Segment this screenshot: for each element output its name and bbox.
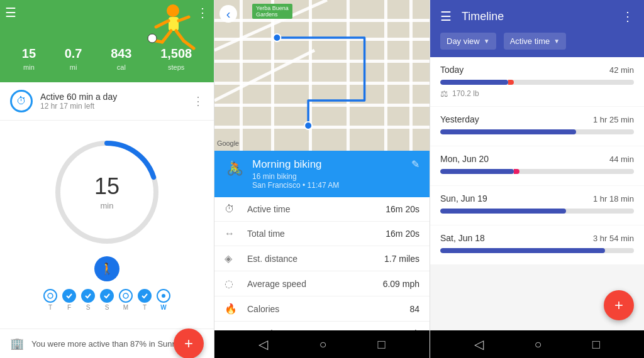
map-section[interactable]: Google Yerba BuenaGardens ‹ bbox=[214, 0, 430, 151]
day-duration: 1 hr 25 min bbox=[593, 115, 634, 124]
map-background: Google Yerba BuenaGardens bbox=[214, 0, 430, 151]
stat-value: 16m 20s bbox=[386, 204, 419, 214]
day-name: Today bbox=[440, 65, 464, 75]
day-name: Sat, Jun 18 bbox=[440, 233, 485, 243]
svg-line-6 bbox=[176, 31, 184, 41]
stat-label: Average speed bbox=[247, 279, 383, 289]
map-back-button[interactable]: ‹ bbox=[219, 5, 237, 23]
day-circle-F bbox=[62, 289, 76, 303]
speedometer-icon: ◌ bbox=[225, 278, 242, 290]
dropdown-arrow-2: ▼ bbox=[553, 38, 560, 45]
menu-icon[interactable]: ☰ bbox=[5, 5, 16, 20]
day-bar-container-yesterday bbox=[440, 129, 634, 134]
timeline-day-sun-jun19[interactable]: Sun, Jun 19 1 hr 18 min bbox=[430, 186, 644, 225]
weight-value: 170.2 lb bbox=[452, 89, 479, 98]
day-bar-blue bbox=[440, 129, 576, 134]
day-circle-T1 bbox=[43, 289, 57, 303]
panel3-footer: + ◁ ○ □ bbox=[430, 330, 644, 358]
timeline-content: Today 42 min ⚖ 170.2 lb Yesterday 1 hr 2… bbox=[430, 57, 644, 330]
day-item-F: F bbox=[62, 289, 76, 311]
timeline-add-fab[interactable]: + bbox=[604, 290, 634, 320]
day-bar-blue bbox=[440, 209, 566, 214]
timeline-day-today[interactable]: Today 42 min ⚖ 170.2 lb bbox=[430, 57, 644, 106]
stat-row-calories: 🔥 Calories 84 bbox=[214, 296, 430, 322]
day-item-M: M bbox=[119, 289, 133, 311]
goal-card[interactable]: ⏱ Active 60 min a day 12 hr 17 min left … bbox=[0, 82, 214, 121]
stats-row: 15 min 0.7 mi 843 cal 1,508 steps bbox=[8, 41, 206, 77]
day-name: Yesterday bbox=[440, 114, 479, 124]
timeline-header: ☰ Timeline ⋮ bbox=[430, 0, 644, 33]
timeline-day-mon-jun20[interactable]: Mon, Jun 20 44 min bbox=[430, 146, 644, 185]
stat-value: 1.7 miles bbox=[384, 254, 419, 264]
bike-icon: 🚴 bbox=[225, 158, 245, 178]
svg-line-3 bbox=[179, 17, 189, 21]
day-item-T1: T bbox=[43, 289, 57, 311]
day-duration: 44 min bbox=[609, 155, 634, 164]
goal-more-icon[interactable]: ⋮ bbox=[192, 94, 204, 108]
day-bar-blue bbox=[440, 248, 605, 253]
stat-label: Est. distance bbox=[247, 254, 384, 264]
timeline-day-sat-jun18[interactable]: Sat, Jun 18 3 hr 54 min bbox=[430, 225, 644, 264]
progress-circle: 15 min bbox=[50, 136, 164, 249]
stat-label: Total time bbox=[247, 229, 386, 239]
day-circle-S2 bbox=[100, 289, 114, 303]
timeline-recents-icon[interactable]: □ bbox=[592, 337, 600, 352]
day-item-S1: S bbox=[81, 289, 95, 311]
day-bar-accent bbox=[514, 169, 519, 174]
activity-subtitle-line: 16 min biking San Francisco • 11:47 AM bbox=[252, 172, 411, 190]
goal-subtitle: 12 hr 17 min left bbox=[40, 102, 192, 111]
walker-icon: 🚶 bbox=[94, 256, 119, 281]
arrows-icon: ↔ bbox=[225, 228, 242, 239]
day-header-sat: Sat, Jun 18 3 hr 54 min bbox=[440, 233, 634, 243]
day-bar-container-today bbox=[440, 80, 634, 85]
stat-row-speed: 〰 Speed 15 mph bbox=[214, 322, 430, 330]
add-fab-button[interactable]: + bbox=[174, 328, 204, 358]
timeline-day-yesterday[interactable]: Yesterday 1 hr 25 min bbox=[430, 107, 644, 146]
day-header-yesterday: Yesterday 1 hr 25 min bbox=[440, 114, 634, 124]
day-label-T2: T bbox=[143, 304, 147, 311]
recents-nav-icon[interactable]: □ bbox=[377, 337, 385, 352]
active-time-dropdown[interactable]: Active time ▼ bbox=[504, 33, 566, 50]
activity-stats-list: ⏱ Active time 16m 20s ↔ Total time 16m 2… bbox=[214, 197, 430, 330]
day-bar-blue bbox=[440, 169, 514, 174]
day-bar-container-mon bbox=[440, 169, 634, 174]
day-label-F: F bbox=[67, 304, 71, 311]
edit-icon[interactable]: ✎ bbox=[411, 158, 419, 170]
activity-title: Morning biking bbox=[252, 158, 411, 171]
stat-value: 16m 20s bbox=[386, 229, 419, 239]
day-name: Mon, Jun 20 bbox=[440, 154, 489, 164]
day-view-dropdown[interactable]: Day view ▼ bbox=[440, 33, 496, 50]
timeline-filters: Day view ▼ Active time ▼ bbox=[430, 33, 644, 57]
day-header-sun: Sun, Jun 19 1 hr 18 min bbox=[440, 193, 634, 203]
days-row: T F S S bbox=[43, 289, 170, 311]
svg-point-16 bbox=[273, 34, 280, 41]
timeline-home-icon[interactable]: ○ bbox=[534, 337, 541, 352]
bottom-banner[interactable]: 🏢 You were more active than 87% in Sunny… bbox=[0, 328, 214, 358]
day-item-T2: T bbox=[138, 289, 152, 311]
activity-panel: Google Yerba BuenaGardens ‹ 🚴 Morning bi… bbox=[214, 0, 430, 358]
day-header-mon: Mon, Jun 20 44 min bbox=[440, 154, 634, 164]
day-item-S2: S bbox=[100, 289, 114, 311]
svg-point-11 bbox=[48, 293, 53, 298]
timeline-back-icon[interactable]: ◁ bbox=[474, 337, 484, 352]
day-duration: 1 hr 18 min bbox=[593, 194, 634, 203]
day-label-S1: S bbox=[86, 304, 91, 311]
back-nav-icon[interactable]: ◁ bbox=[258, 337, 268, 352]
svg-point-13 bbox=[162, 294, 165, 298]
day-duration: 42 min bbox=[609, 65, 634, 75]
stat-row-total-time: ↔ Total time 16m 20s bbox=[214, 222, 430, 246]
home-nav-icon[interactable]: ○ bbox=[319, 337, 326, 352]
activity-header: 🚴 Morning biking 16 min biking San Franc… bbox=[214, 151, 430, 197]
stat-value: 84 bbox=[409, 304, 419, 314]
fitness-panel: ☰ ⋮ bbox=[0, 0, 214, 358]
day-bar-blue bbox=[440, 80, 508, 85]
timeline-menu-icon[interactable]: ☰ bbox=[440, 9, 452, 24]
map-area-label: Yerba BuenaGardens bbox=[252, 4, 292, 19]
timeline-more-icon[interactable]: ⋮ bbox=[621, 9, 634, 24]
diamond-icon: ◈ bbox=[225, 252, 242, 264]
stat-calories: 843 cal bbox=[111, 46, 131, 72]
svg-line-4 bbox=[162, 31, 171, 42]
panel3-nav-bar: ◁ ○ □ bbox=[430, 330, 644, 358]
svg-text:Google: Google bbox=[217, 139, 239, 147]
banner-building-icon: 🏢 bbox=[10, 337, 24, 350]
